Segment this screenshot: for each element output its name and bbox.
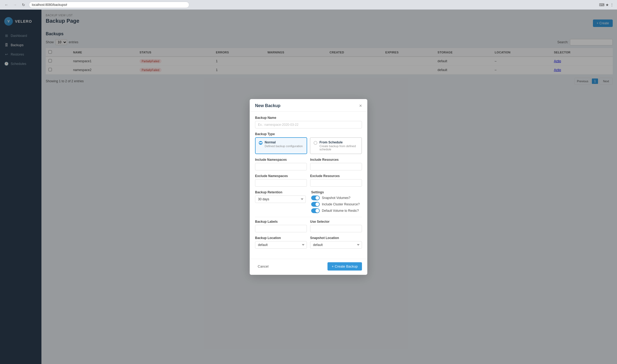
type-schedule-label: From Schedule — [319, 140, 358, 144]
exclude-namespaces-label: Exclude Namespaces — [255, 174, 307, 178]
modal-footer: Cancel + Create Backup — [250, 259, 367, 275]
browser-chrome: ← → ↻ ⌨ ★ ⋮ — [0, 0, 617, 10]
snapshot-location-select[interactable]: default — [310, 241, 362, 249]
exclude-namespaces-input[interactable] — [255, 179, 307, 187]
snapshot-location-group: Snapshot Location default — [310, 236, 362, 249]
exclude-resources-input[interactable] — [310, 179, 362, 187]
retention-select[interactable]: 30 days 1 day 7 days 14 days 60 days 90 … — [255, 195, 306, 203]
toggle-knob — [315, 202, 319, 206]
snapshot-volumes-toggle[interactable] — [311, 195, 320, 200]
include-cluster-item: Include Cluster Resource? — [311, 202, 362, 207]
exclude-namespaces-row: Exclude Namespaces Exclude Resources — [255, 174, 362, 187]
exclude-namespaces-group: Exclude Namespaces — [255, 174, 307, 187]
type-schedule-desc: Create backup from defined schedule — [319, 144, 358, 151]
include-cluster-label: Include Cluster Resource? — [322, 202, 360, 206]
backup-location-select[interactable]: default — [255, 241, 307, 249]
backup-location-group: Backup Location default — [255, 236, 307, 249]
type-normal-radio[interactable] — [259, 141, 263, 145]
backup-type-group: Backup Type Normal Defined backup config… — [255, 132, 362, 154]
include-namespaces-input[interactable] — [255, 163, 307, 170]
type-schedule-content: From Schedule Create backup from defined… — [319, 140, 358, 151]
type-normal-card[interactable]: Normal Defined backup configuration — [255, 137, 307, 154]
type-normal-label: Normal — [265, 140, 303, 144]
modal-header: New Backup × — [250, 99, 367, 112]
labels-selector-row: Backup Labels Use Selector — [255, 220, 362, 232]
type-schedule-radio[interactable] — [314, 141, 317, 145]
default-volume-item: Default Volume to Restic? — [311, 208, 362, 213]
include-resources-group: Include Resources — [310, 158, 362, 170]
back-button[interactable]: ← — [3, 2, 10, 8]
settings-group: Settings Snapshot Volumes? I — [311, 190, 362, 213]
cancel-button[interactable]: Cancel — [255, 263, 271, 270]
snapshot-volumes-label: Snapshot Volumes? — [322, 196, 350, 200]
backup-labels-input[interactable] — [255, 225, 307, 232]
forward-button[interactable]: → — [12, 2, 18, 8]
include-cluster-toggle[interactable] — [311, 202, 320, 207]
browser-icons: ⌨ ★ ⋮ — [599, 3, 614, 7]
type-schedule-card[interactable]: From Schedule Create backup from defined… — [310, 137, 362, 154]
modal: New Backup × Backup Name Backup Type — [250, 99, 367, 275]
retention-group: Backup Retention 30 days 1 day 7 days 14… — [255, 190, 306, 213]
snapshot-location-label: Snapshot Location — [310, 236, 362, 240]
modal-overlay[interactable]: New Backup × Backup Name Backup Type — [0, 10, 617, 364]
snapshot-volumes-item: Snapshot Volumes? — [311, 195, 362, 200]
backup-location-label: Backup Location — [255, 236, 307, 240]
exclude-resources-label: Exclude Resources — [310, 174, 362, 178]
create-backup-button[interactable]: + Create Backup — [327, 262, 362, 271]
include-namespaces-label: Include Namespaces — [255, 158, 307, 162]
settings-list: Snapshot Volumes? Include Cluster Resour… — [311, 195, 362, 213]
backup-type-row: Normal Defined backup configuration From… — [255, 137, 362, 154]
modal-close-button[interactable]: × — [359, 103, 362, 108]
include-namespaces-row: Include Namespaces Include Resources — [255, 158, 362, 170]
type-normal-content: Normal Defined backup configuration — [265, 140, 303, 148]
backup-type-label: Backup Type — [255, 132, 362, 136]
modal-body: Backup Name Backup Type Normal Defined b… — [250, 112, 367, 258]
exclude-resources-group: Exclude Resources — [310, 174, 362, 187]
modal-title: New Backup — [255, 103, 280, 108]
include-resources-input[interactable] — [310, 163, 362, 170]
settings-label: Settings — [311, 190, 362, 194]
retention-settings-row: Backup Retention 30 days 1 day 7 days 14… — [255, 190, 362, 213]
reload-button[interactable]: ↻ — [20, 2, 27, 8]
default-volume-toggle[interactable] — [311, 208, 320, 213]
backup-labels-group: Backup Labels — [255, 220, 307, 232]
include-resources-label: Include Resources — [310, 158, 362, 162]
backup-name-input[interactable] — [255, 121, 362, 128]
backup-name-label: Backup Name — [255, 116, 362, 120]
toggle-knob — [315, 196, 319, 200]
use-selector-label: Use Selector — [310, 220, 362, 224]
divider — [255, 217, 362, 217]
use-selector-input[interactable] — [310, 225, 362, 232]
type-normal-desc: Defined backup configuration — [265, 144, 303, 148]
backup-name-group: Backup Name — [255, 116, 362, 128]
toggle-knob — [315, 209, 319, 213]
backup-labels-label: Backup Labels — [255, 220, 307, 224]
use-selector-group: Use Selector — [310, 220, 362, 232]
address-bar[interactable] — [29, 2, 189, 8]
include-namespaces-group: Include Namespaces — [255, 158, 307, 170]
backup-retention-label: Backup Retention — [255, 190, 306, 194]
default-volume-label: Default Volume to Restic? — [322, 209, 359, 213]
location-row: Backup Location default Snapshot Locatio… — [255, 236, 362, 249]
